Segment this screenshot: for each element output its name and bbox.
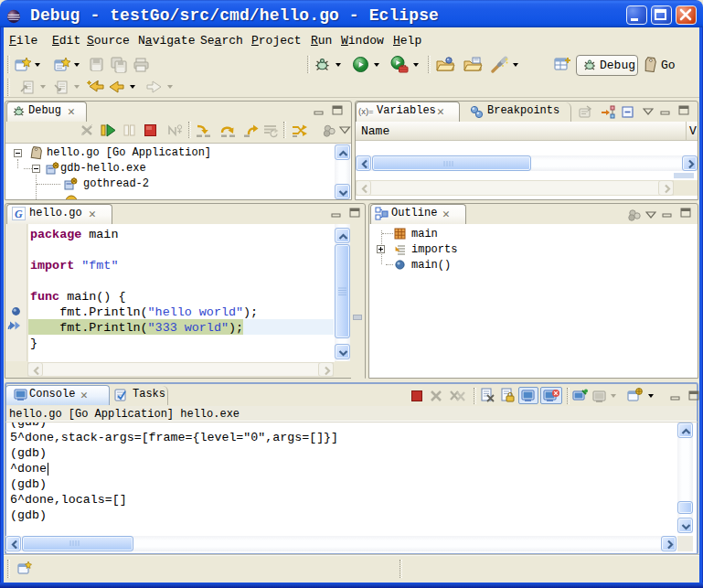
svg-text:(x)=: (x)=	[358, 106, 374, 116]
svg-text:G: G	[15, 208, 23, 220]
